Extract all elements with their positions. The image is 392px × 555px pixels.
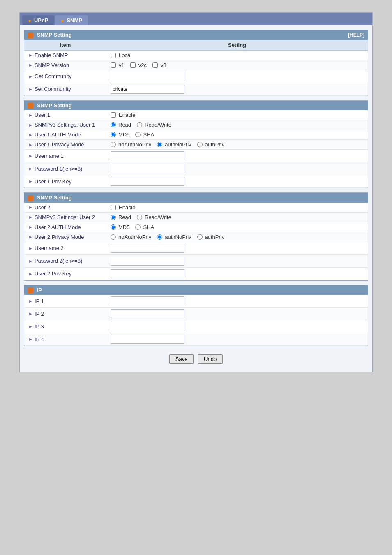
row-label-username1: ► Username 1 [24,150,106,162]
row-setting-username1 [106,150,368,162]
row-setting-user1-auth: MD5 SHA [106,130,368,140]
snmp-v1-checkbox[interactable] [111,62,116,68]
section-snmpv3-user2: SNMP Setting ► User 2 [24,192,368,281]
user2-read-radio[interactable] [111,215,116,220]
table-row: ► IP 4 [24,333,368,346]
section-snmp-basic-title: SNMP Setting [28,32,72,38]
row-setting-user1-privkey [106,175,368,188]
username1-input[interactable] [111,151,184,160]
user2-noauthnopriv-radio[interactable] [111,234,116,240]
ip3-input[interactable] [111,322,184,331]
table-row: ► Set Community [24,83,368,95]
user1-readwrite-radio[interactable] [137,122,142,127]
row-setting-user2-privkey [106,267,368,280]
password1-input[interactable] [111,164,184,173]
user2-authpriv-radio[interactable] [197,234,203,240]
table-row: ► Username 1 [24,150,368,162]
row-setting-ip4 [106,333,368,346]
row-label-ip1: ► IP 1 [24,295,106,308]
header-icon [28,195,33,201]
row-label-password2: ► Password 2(len>=8) [24,254,106,267]
row-arrow: ► [28,123,33,127]
row-arrow: ► [28,113,33,118]
row-arrow: ► [28,205,33,210]
username2-input[interactable] [111,244,184,253]
tab-upnp[interactable]: ► UPnP [22,15,54,25]
row-label-ip4: ► IP 4 [24,333,106,346]
ip1-input[interactable] [111,296,184,305]
row-setting-user1-priv: noAuthNoPriv authNoPriv authPriv [106,140,368,150]
user2-readwrite-radio[interactable] [137,215,142,220]
tab-snmp-arrow: ► [61,18,65,23]
row-label-ip2: ► IP 2 [24,308,106,320]
button-row: Save Undo [24,350,368,368]
user2-authnopriv-radio[interactable] [157,234,162,240]
snmp-v3-checkbox[interactable] [152,62,158,68]
row-setting-user2: Enable [106,203,368,213]
row-label-user2-priv: ► User 2 Privacy Mode [24,232,106,242]
table-row: ► User 2 Priv Key [24,267,368,280]
row-label-username2: ► Username 2 [24,242,106,254]
row-setting-user2-auth: MD5 SHA [106,222,368,232]
user2-md5-radio[interactable] [111,224,116,230]
row-setting-password1 [106,162,368,175]
row-label-get-community: ► Get Community [24,70,106,83]
row-arrow: ► [28,298,33,303]
row-arrow: ► [28,62,33,67]
header-icon [28,287,33,293]
row-label-user2: ► User 2 [24,203,106,213]
section-snmpv3-user2-header: SNMP Setting [24,193,368,203]
tab-snmp-label: SNMP [67,17,82,23]
section-ip-title: IP [28,287,42,294]
section-snmp-basic: SNMP Setting [HELP] Item Setting [24,30,368,96]
row-arrow: ► [28,271,33,276]
row-setting-enable-snmp: Local [106,50,368,60]
undo-button[interactable]: Undo [198,354,223,364]
row-setting-user1: Enable [106,110,368,120]
table-row: ► IP 2 [24,308,368,320]
snmp-basic-table: Item Setting ► Enable SNMP [24,40,368,96]
user1-privkey-input[interactable] [111,177,184,186]
snmp-v2c-checkbox[interactable] [130,62,136,68]
row-setting-username2 [106,242,368,254]
tab-snmp[interactable]: ► SNMP [55,15,88,25]
header-icon [28,32,33,38]
user1-authpriv-radio[interactable] [197,142,203,147]
row-setting-set-community [106,83,368,95]
row-arrow: ► [28,324,33,329]
table-row: ► SNMP Version v1 [24,60,368,70]
enable-snmp-checkbox[interactable] [111,53,116,58]
row-arrow: ► [28,142,33,147]
row-arrow: ► [28,166,33,171]
row-label-user1: ► User 1 [24,110,106,120]
get-community-input[interactable] [111,72,184,81]
help-link[interactable]: [HELP] [348,32,364,38]
user2-enable-checkbox[interactable] [111,205,116,210]
row-label-user2-auth: ► User 2 AUTH Mode [24,222,106,232]
user1-enable-checkbox[interactable] [111,112,116,118]
user1-read-radio[interactable] [111,122,116,127]
password2-input[interactable] [111,257,184,266]
user2-sha-radio[interactable] [135,224,141,230]
section-snmpv3-user1-title: SNMP Setting [28,102,72,109]
save-button[interactable]: Save [169,354,194,364]
user1-md5-radio[interactable] [111,132,116,137]
section-snmpv3-user1-header: SNMP Setting [24,101,368,111]
set-community-input[interactable] [111,85,184,94]
row-setting-ip1 [106,295,368,308]
table-row: ► SNMPv3 Settings: User 1 Read [24,120,368,130]
ip-table: ► IP 1 ► IP 2 [24,295,368,346]
row-setting-user2-priv: noAuthNoPriv authNoPriv authPriv [106,232,368,242]
user1-sha-radio[interactable] [135,132,141,137]
user2-privkey-input[interactable] [111,269,184,278]
row-arrow: ► [28,87,33,92]
table-row: ► User 1 AUTH Mode MD5 [24,130,368,140]
user1-noauthnopriv-radio[interactable] [111,142,116,147]
row-label-snmp-version: ► SNMP Version [24,60,106,70]
ip4-input[interactable] [111,335,184,344]
row-arrow: ► [28,132,33,137]
row-setting-snmp-version: v1 v2c v3 [106,60,368,70]
user1-authnopriv-radio[interactable] [157,142,162,147]
ip2-input[interactable] [111,309,184,318]
snmpv3-user2-table: ► User 2 Enable [24,203,368,280]
